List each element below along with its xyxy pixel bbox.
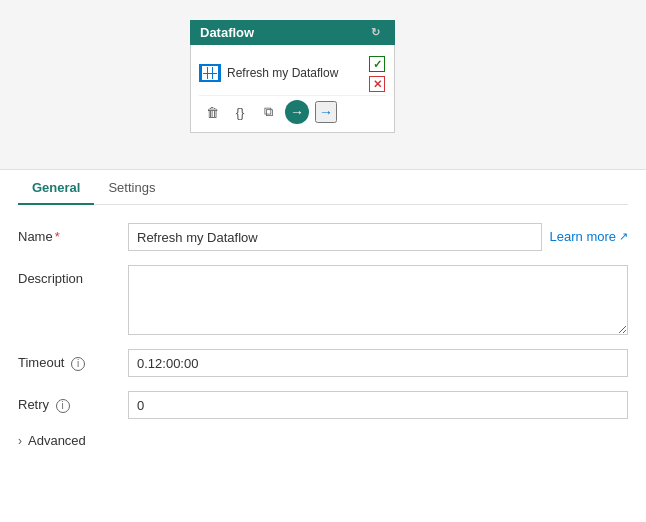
refresh-icon[interactable]: ↻ [371, 26, 385, 40]
advanced-section[interactable]: › Advanced [18, 433, 628, 448]
retry-row: Retry i [18, 391, 628, 419]
name-input[interactable] [128, 223, 542, 251]
timeout-row: Timeout i [18, 349, 628, 377]
retry-control-wrap [128, 391, 628, 419]
code-button[interactable]: {} [229, 101, 251, 123]
name-required: * [55, 229, 60, 244]
external-link-icon: ↗ [619, 230, 628, 243]
timeout-info-icon[interactable]: i [71, 357, 85, 371]
description-control-wrap [128, 265, 628, 335]
status-error-icon: ✕ [369, 76, 385, 92]
form-area: General Settings Name* Learn more ↗ Desc… [0, 170, 646, 466]
timeout-input[interactable] [128, 349, 628, 377]
timeout-control-wrap [128, 349, 628, 377]
advanced-label: Advanced [28, 433, 86, 448]
delete-button[interactable]: 🗑 [201, 101, 223, 123]
description-row: Description [18, 265, 628, 335]
tab-settings[interactable]: Settings [94, 170, 169, 205]
copy-button[interactable]: ⧉ [257, 101, 279, 123]
run-button[interactable]: → [285, 100, 309, 124]
timeout-label: Timeout i [18, 349, 118, 371]
tab-general[interactable]: General [18, 170, 94, 205]
retry-label: Retry i [18, 391, 118, 413]
chevron-right-icon: › [18, 434, 22, 448]
retry-input[interactable] [128, 391, 628, 419]
node-action-label: Refresh my Dataflow [227, 66, 362, 80]
navigate-button[interactable]: → [315, 101, 337, 123]
status-check-icon: ✓ [369, 56, 385, 72]
learn-more-link[interactable]: Learn more ↗ [550, 223, 628, 244]
node-toolbar: 🗑 {} ⧉ → → [199, 96, 386, 126]
name-control-wrap: Learn more ↗ [128, 223, 628, 251]
name-label: Name* [18, 223, 118, 244]
description-textarea[interactable] [128, 265, 628, 335]
node-header: Dataflow ↻ [190, 20, 395, 45]
dataflow-icon [199, 64, 221, 82]
description-label: Description [18, 265, 118, 286]
status-column: ✓ ✕ [368, 54, 386, 92]
node-header-title: Dataflow [200, 25, 254, 40]
action-row: Refresh my Dataflow ✓ ✕ [199, 51, 386, 96]
name-row: Name* Learn more ↗ [18, 223, 628, 251]
node-body: Refresh my Dataflow ✓ ✕ 🗑 {} ⧉ → → [190, 45, 395, 133]
tabs: General Settings [18, 170, 628, 205]
retry-info-icon[interactable]: i [56, 399, 70, 413]
canvas-area: Dataflow ↻ Re [0, 0, 646, 170]
node-container: Dataflow ↻ Re [190, 20, 395, 133]
